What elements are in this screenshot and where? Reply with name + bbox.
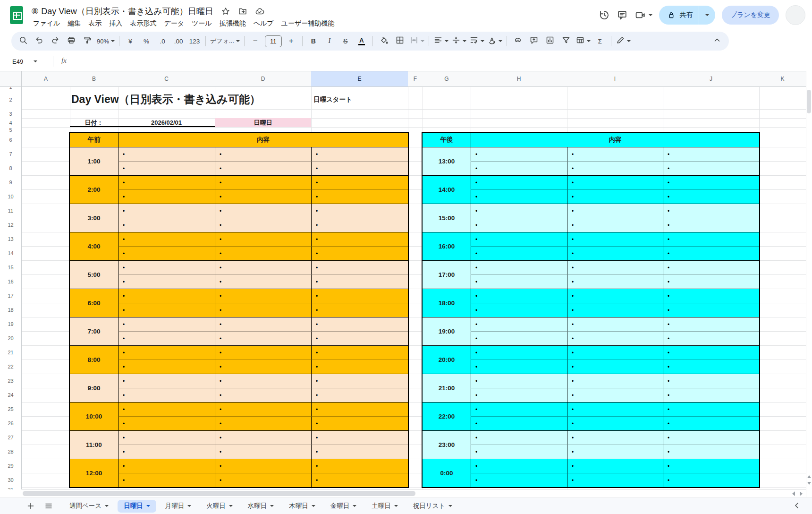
content-cell[interactable]: • bbox=[567, 232, 663, 246]
scroll-down-icon[interactable] bbox=[807, 482, 811, 485]
content-cell[interactable]: • bbox=[215, 204, 311, 218]
content-cell[interactable]: • bbox=[471, 360, 567, 374]
content-cell[interactable]: • bbox=[118, 459, 215, 473]
content-cell[interactable]: • bbox=[567, 388, 663, 402]
vertical-scrollbar-thumb[interactable] bbox=[807, 90, 811, 113]
content-cell[interactable]: • bbox=[118, 204, 215, 218]
italic-button[interactable]: I bbox=[321, 34, 338, 48]
content-cell[interactable]: • bbox=[311, 360, 408, 374]
content-cell[interactable]: • bbox=[311, 473, 408, 487]
row-header-29[interactable]: 29 bbox=[0, 459, 22, 473]
content-cell[interactable]: • bbox=[663, 430, 759, 445]
menu-item-3[interactable]: 表示 bbox=[85, 18, 105, 29]
content-cell[interactable]: • bbox=[311, 430, 408, 445]
add-sheet-button[interactable] bbox=[22, 499, 40, 513]
column-header-K[interactable]: K bbox=[759, 71, 806, 87]
content-cell[interactable]: • bbox=[471, 218, 567, 232]
row-header-12[interactable]: 12 bbox=[0, 218, 22, 232]
share-button[interactable]: 共有 bbox=[659, 6, 699, 25]
content-cell[interactable]: • bbox=[471, 416, 567, 430]
content-cell[interactable]: • bbox=[215, 430, 311, 445]
content-cell[interactable]: • bbox=[215, 459, 311, 473]
horizontal-scrollbar-thumb[interactable] bbox=[23, 491, 415, 496]
edit-pen-button[interactable] bbox=[614, 34, 632, 48]
content-cell[interactable]: • bbox=[471, 289, 567, 303]
time-cell-100[interactable]: 1:00 bbox=[70, 147, 118, 175]
content-cell[interactable]: • bbox=[663, 345, 759, 360]
content-cell[interactable]: • bbox=[215, 445, 311, 459]
merge-cells-button[interactable] bbox=[408, 34, 426, 48]
content-cell[interactable]: • bbox=[567, 459, 663, 473]
content-cell[interactable]: • bbox=[215, 331, 311, 345]
menu-item-5[interactable]: 表示形式 bbox=[126, 18, 160, 29]
content-cell[interactable]: • bbox=[567, 289, 663, 303]
time-cell-1400[interactable]: 14:00 bbox=[423, 175, 471, 204]
font-select[interactable]: デフォ... bbox=[209, 34, 241, 48]
time-cell-2200[interactable]: 22:00 bbox=[423, 402, 471, 430]
time-header-cell[interactable]: 午後 bbox=[423, 133, 471, 147]
row-header-6[interactable]: 6 bbox=[0, 133, 22, 147]
time-cell-700[interactable]: 7:00 bbox=[70, 317, 118, 345]
content-cell[interactable]: • bbox=[311, 232, 408, 246]
number-format-button[interactable]: 123 bbox=[186, 34, 203, 48]
row-header-25[interactable]: 25 bbox=[0, 402, 22, 416]
time-cell-2000[interactable]: 20:00 bbox=[423, 345, 471, 374]
content-cell[interactable]: • bbox=[567, 402, 663, 416]
content-cell[interactable]: • bbox=[215, 416, 311, 430]
content-cell[interactable]: • bbox=[567, 445, 663, 459]
comments-icon[interactable] bbox=[617, 9, 628, 21]
content-cell[interactable]: • bbox=[215, 147, 311, 161]
content-cell[interactable]: • bbox=[471, 317, 567, 331]
sheet-tab-3[interactable]: 月曜日 bbox=[159, 500, 198, 513]
content-cell[interactable]: • bbox=[118, 246, 215, 260]
menu-item-1[interactable]: ファイル bbox=[29, 18, 64, 29]
content-cell[interactable]: • bbox=[471, 175, 567, 189]
sheet-tab-6[interactable]: 木曜日 bbox=[283, 500, 321, 513]
move-folder-icon[interactable] bbox=[238, 7, 247, 16]
column-header-A[interactable]: A bbox=[22, 71, 70, 87]
tab-scroll-left-icon[interactable] bbox=[792, 501, 802, 510]
time-cell-300[interactable]: 3:00 bbox=[70, 204, 118, 232]
content-cell[interactable]: • bbox=[567, 161, 663, 175]
strikethrough-button[interactable]: S bbox=[338, 34, 354, 48]
sheets-logo[interactable] bbox=[10, 6, 23, 24]
content-cell[interactable]: • bbox=[567, 246, 663, 260]
column-header-B[interactable]: B bbox=[70, 71, 118, 87]
content-cell[interactable]: • bbox=[215, 402, 311, 416]
sheet-tab-7[interactable]: 金曜日 bbox=[324, 500, 363, 513]
decrease-decimal-button[interactable]: .0 bbox=[154, 34, 170, 48]
content-cell[interactable]: • bbox=[311, 260, 408, 274]
content-cell[interactable]: • bbox=[118, 147, 215, 161]
content-cell[interactable]: • bbox=[567, 473, 663, 487]
content-cell[interactable]: • bbox=[567, 147, 663, 161]
borders-button[interactable] bbox=[392, 34, 408, 48]
insert-comment-button[interactable] bbox=[526, 34, 542, 48]
content-cell[interactable]: • bbox=[118, 303, 215, 317]
meet-icon[interactable] bbox=[634, 9, 652, 21]
row-header-19[interactable]: 19 bbox=[0, 317, 22, 331]
collapse-toolbar-button[interactable] bbox=[709, 34, 725, 48]
row-header-8[interactable]: 8 bbox=[0, 161, 22, 175]
font-size-input[interactable]: 11 bbox=[263, 34, 283, 48]
document-title[interactable]: ⑧ Day View（日別表示・書き込み可能）日曜日 bbox=[31, 6, 213, 17]
column-header-F[interactable]: F bbox=[408, 71, 423, 87]
content-cell[interactable]: • bbox=[567, 189, 663, 204]
print-button[interactable] bbox=[63, 34, 79, 48]
content-cell[interactable]: • bbox=[567, 430, 663, 445]
create-filter-button[interactable] bbox=[558, 34, 574, 48]
content-cell[interactable]: • bbox=[663, 416, 759, 430]
content-cell[interactable]: • bbox=[663, 218, 759, 232]
content-cell[interactable]: • bbox=[215, 175, 311, 189]
content-cell[interactable]: • bbox=[663, 232, 759, 246]
content-cell[interactable]: • bbox=[567, 317, 663, 331]
row-header-7[interactable]: 7 bbox=[0, 147, 22, 161]
content-cell[interactable]: • bbox=[118, 416, 215, 430]
row-header-20[interactable]: 20 bbox=[0, 331, 22, 345]
content-cell[interactable]: • bbox=[471, 445, 567, 459]
content-cell[interactable]: • bbox=[567, 260, 663, 274]
content-cell[interactable]: • bbox=[118, 218, 215, 232]
content-cell[interactable]: • bbox=[118, 445, 215, 459]
content-cell[interactable]: • bbox=[471, 331, 567, 345]
text-color-button[interactable]: A bbox=[354, 34, 370, 48]
content-cell[interactable]: • bbox=[663, 459, 759, 473]
